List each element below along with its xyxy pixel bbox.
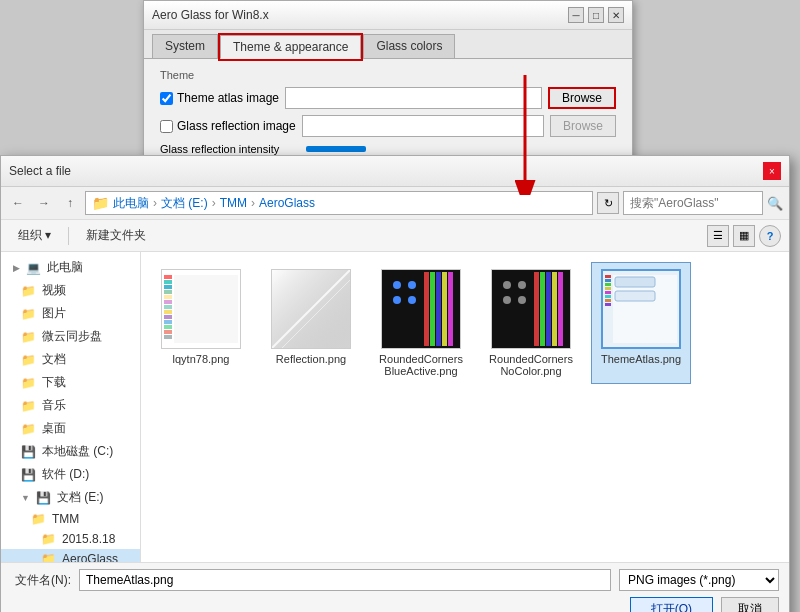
glass-reflection-browse-button[interactable]: Browse [550, 115, 616, 137]
file-dialog-close-button[interactable]: × [763, 162, 781, 180]
new-folder-button[interactable]: 新建文件夹 [77, 224, 155, 247]
filename-input[interactable] [79, 569, 611, 591]
svg-rect-42 [605, 275, 611, 278]
address-bar: ← → ↑ 📁 此电脑 › 文档 (E:) › TMM › AeroGlass … [1, 187, 789, 220]
path-docs[interactable]: 文档 (E:) [161, 195, 208, 212]
video-label: 视频 [42, 282, 66, 299]
file-label-rounded-blue: RoundedCornersBlueActive.png [378, 353, 464, 377]
sidebar-item-tmm[interactable]: 📁 TMM [1, 509, 140, 529]
file-thumbnail-lqytn [161, 269, 241, 349]
svg-rect-26 [424, 272, 429, 346]
forward-button[interactable]: → [33, 192, 55, 214]
path-aeroglass[interactable]: AeroGlass [259, 196, 315, 210]
folder-icon: 📁 [21, 330, 36, 344]
sidebar-item-video[interactable]: 📁 视频 [1, 279, 140, 302]
toolbar-right: ☰ ▦ ? [707, 225, 781, 247]
theme-atlas-browse-button[interactable]: Browse [548, 87, 616, 109]
folder-icon: 📁 [21, 399, 36, 413]
back-button[interactable]: ← [7, 192, 29, 214]
tab-theme-appearance[interactable]: Theme & appearance [220, 35, 361, 59]
file-item-rounded-blue[interactable]: RoundedCornersBlueActive.png [371, 262, 471, 384]
bg-dialog-titlebar: Aero Glass for Win8.x ─ □ ✕ [144, 1, 632, 30]
bg-dialog-title: Aero Glass for Win8.x [152, 8, 269, 22]
sidebar-item-2015[interactable]: 📁 2015.8.18 [1, 529, 140, 549]
folder-icon: 📁 [21, 284, 36, 298]
svg-point-24 [393, 296, 401, 304]
sidebar-item-pictures[interactable]: 📁 图片 [1, 302, 140, 325]
glass-reflection-label: Glass reflection image [177, 119, 296, 133]
search-input[interactable] [623, 191, 763, 215]
open-button[interactable]: 打开(O) [630, 597, 713, 612]
intensity-label: Glass reflection intensity [160, 143, 300, 155]
tab-system[interactable]: System [152, 34, 218, 58]
file-item-reflection[interactable]: Reflection.png [261, 262, 361, 384]
file-bottom: 文件名(N): PNG images (*.png) 打开(O) 取消 [1, 562, 789, 612]
view-grid-button[interactable]: ▦ [733, 225, 755, 247]
svg-rect-14 [164, 330, 172, 334]
intensity-row: Glass reflection intensity [160, 143, 616, 155]
svg-rect-16 [174, 275, 238, 343]
view-list-button[interactable]: ☰ [707, 225, 729, 247]
up-button[interactable]: ↑ [59, 192, 81, 214]
sidebar-item-pc[interactable]: ▶ 💻 此电脑 [1, 256, 140, 279]
e-label: 文档 (E:) [57, 489, 104, 506]
file-dialog-title: Select a file [9, 164, 71, 178]
file-thumbnail-rounded-nocolor [491, 269, 571, 349]
pc-label: 此电脑 [47, 259, 83, 276]
bg-dialog: Aero Glass for Win8.x ─ □ ✕ System Theme… [143, 0, 633, 166]
sidebar-item-desktop[interactable]: 📁 桌面 [1, 417, 140, 440]
close-button[interactable]: ✕ [608, 7, 624, 23]
file-thumbnail-rounded-blue [381, 269, 461, 349]
svg-rect-45 [605, 287, 611, 290]
folder-icon: 📁 [21, 422, 36, 436]
minimize-button[interactable]: ─ [568, 7, 584, 23]
toolbar-separator [68, 227, 69, 245]
svg-rect-47 [605, 295, 611, 298]
svg-rect-40 [558, 272, 563, 346]
pc-icon: 💻 [26, 261, 41, 275]
file-grid: lqytn78.png [141, 252, 789, 562]
sidebar-item-e[interactable]: ▼ 💾 文档 (E:) [1, 486, 140, 509]
maximize-button[interactable]: □ [588, 7, 604, 23]
file-item-lqytn[interactable]: lqytn78.png [151, 262, 251, 384]
svg-rect-36 [534, 272, 539, 346]
cancel-button[interactable]: 取消 [721, 597, 779, 612]
path-pc[interactable]: 此电脑 [113, 195, 149, 212]
sidebar-item-aeroglass[interactable]: 📁 AeroGlass [1, 549, 140, 562]
downloads-label: 下载 [42, 374, 66, 391]
theme-atlas-input[interactable] [285, 87, 542, 109]
expand-icon: ▶ [13, 263, 20, 273]
svg-point-33 [518, 281, 526, 289]
svg-point-35 [518, 296, 526, 304]
docs-label: 文档 [42, 351, 66, 368]
file-item-atlas[interactable]: ThemeAtlas.png [591, 262, 691, 384]
sidebar-item-music[interactable]: 📁 音乐 [1, 394, 140, 417]
svg-rect-28 [436, 272, 441, 346]
svg-point-25 [408, 296, 416, 304]
sidebar-item-downloads[interactable]: 📁 下载 [1, 371, 140, 394]
sidebar-item-wechat[interactable]: 📁 微云同步盘 [1, 325, 140, 348]
filetype-select[interactable]: PNG images (*.png) [619, 569, 779, 591]
path-tmm[interactable]: TMM [220, 196, 247, 210]
glass-reflection-input[interactable] [302, 115, 544, 137]
svg-rect-10 [164, 310, 172, 314]
help-button[interactable]: ? [759, 225, 781, 247]
sidebar-item-d[interactable]: 💾 软件 (D:) [1, 463, 140, 486]
svg-point-34 [503, 296, 511, 304]
svg-rect-43 [605, 279, 611, 282]
svg-point-32 [503, 281, 511, 289]
refresh-button[interactable]: ↻ [597, 192, 619, 214]
address-path[interactable]: 📁 此电脑 › 文档 (E:) › TMM › AeroGlass [85, 191, 593, 215]
organize-button[interactable]: 组织 ▾ [9, 224, 60, 247]
sidebar-item-documents[interactable]: 📁 文档 [1, 348, 140, 371]
sidebar-item-c[interactable]: 💾 本地磁盘 (C:) [1, 440, 140, 463]
file-item-rounded-nocolor[interactable]: RoundedCornersNoColor.png [481, 262, 581, 384]
tab-glass-colors[interactable]: Glass colors [363, 34, 455, 58]
glass-reflection-checkbox[interactable] [160, 120, 173, 133]
theme-atlas-checkbox[interactable] [160, 92, 173, 105]
intensity-slider[interactable] [306, 146, 366, 152]
svg-rect-49 [605, 303, 611, 306]
svg-rect-5 [164, 285, 172, 289]
svg-rect-44 [605, 283, 611, 286]
svg-rect-46 [605, 291, 611, 294]
